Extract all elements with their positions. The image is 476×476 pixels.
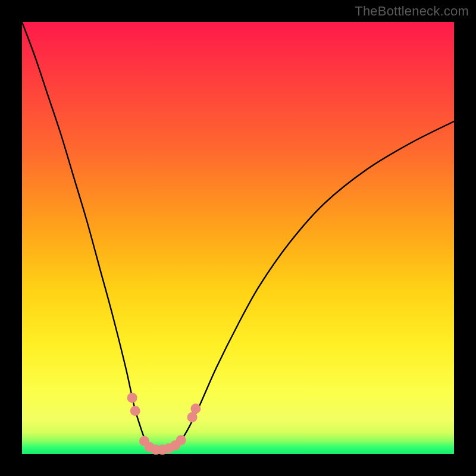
marker-dot: [127, 393, 137, 403]
plot-area: [22, 22, 454, 454]
highlight-dots: [127, 393, 201, 455]
marker-dot: [190, 403, 201, 414]
chart-svg: [22, 22, 454, 454]
marker-dot: [187, 412, 198, 422]
marker-dot: [130, 406, 140, 416]
watermark-text: TheBottleneck.com: [355, 4, 469, 19]
bottleneck-curve: [22, 22, 454, 450]
chart-stage: TheBottleneck.com: [0, 0, 476, 476]
marker-dot: [176, 435, 186, 445]
